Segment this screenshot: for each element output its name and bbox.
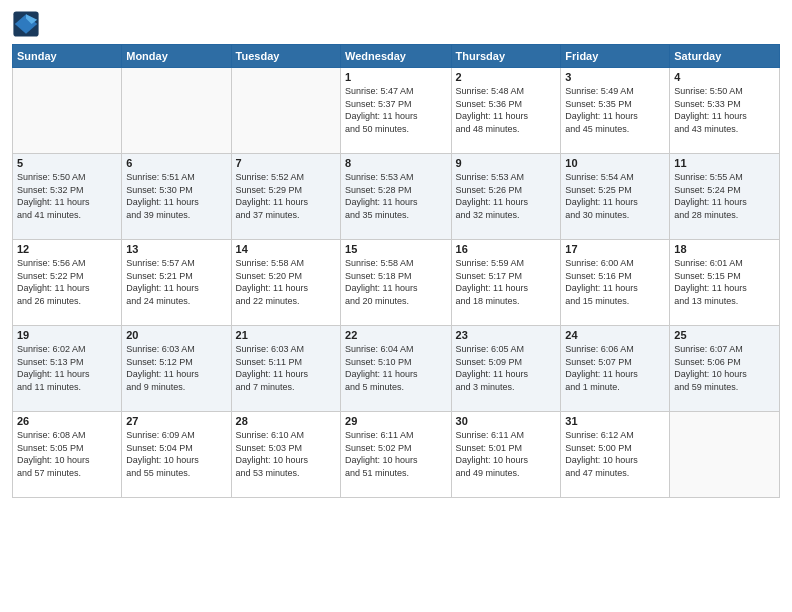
- cell-content: Sunrise: 6:04 AM Sunset: 5:10 PM Dayligh…: [345, 343, 446, 393]
- weekday-header-monday: Monday: [122, 45, 231, 68]
- day-number: 31: [565, 415, 665, 427]
- calendar-cell: 5Sunrise: 5:50 AM Sunset: 5:32 PM Daylig…: [13, 154, 122, 240]
- cell-content: Sunrise: 6:02 AM Sunset: 5:13 PM Dayligh…: [17, 343, 117, 393]
- cell-content: Sunrise: 5:58 AM Sunset: 5:20 PM Dayligh…: [236, 257, 336, 307]
- day-number: 9: [456, 157, 557, 169]
- cell-content: Sunrise: 6:00 AM Sunset: 5:16 PM Dayligh…: [565, 257, 665, 307]
- weekday-header-saturday: Saturday: [670, 45, 780, 68]
- day-number: 28: [236, 415, 336, 427]
- cell-content: Sunrise: 5:55 AM Sunset: 5:24 PM Dayligh…: [674, 171, 775, 221]
- day-number: 3: [565, 71, 665, 83]
- calendar-cell: 23Sunrise: 6:05 AM Sunset: 5:09 PM Dayli…: [451, 326, 561, 412]
- day-number: 24: [565, 329, 665, 341]
- day-number: 5: [17, 157, 117, 169]
- cell-content: Sunrise: 5:51 AM Sunset: 5:30 PM Dayligh…: [126, 171, 226, 221]
- cell-content: Sunrise: 5:58 AM Sunset: 5:18 PM Dayligh…: [345, 257, 446, 307]
- calendar-week-row: 1Sunrise: 5:47 AM Sunset: 5:37 PM Daylig…: [13, 68, 780, 154]
- day-number: 29: [345, 415, 446, 427]
- calendar-cell: 6Sunrise: 5:51 AM Sunset: 5:30 PM Daylig…: [122, 154, 231, 240]
- calendar-cell: 12Sunrise: 5:56 AM Sunset: 5:22 PM Dayli…: [13, 240, 122, 326]
- calendar-cell: 15Sunrise: 5:58 AM Sunset: 5:18 PM Dayli…: [341, 240, 451, 326]
- calendar-cell: 22Sunrise: 6:04 AM Sunset: 5:10 PM Dayli…: [341, 326, 451, 412]
- day-number: 4: [674, 71, 775, 83]
- calendar-cell: 20Sunrise: 6:03 AM Sunset: 5:12 PM Dayli…: [122, 326, 231, 412]
- weekday-header-thursday: Thursday: [451, 45, 561, 68]
- weekday-header-wednesday: Wednesday: [341, 45, 451, 68]
- day-number: 21: [236, 329, 336, 341]
- day-number: 23: [456, 329, 557, 341]
- day-number: 30: [456, 415, 557, 427]
- day-number: 7: [236, 157, 336, 169]
- calendar-cell: 18Sunrise: 6:01 AM Sunset: 5:15 PM Dayli…: [670, 240, 780, 326]
- day-number: 11: [674, 157, 775, 169]
- calendar-week-row: 5Sunrise: 5:50 AM Sunset: 5:32 PM Daylig…: [13, 154, 780, 240]
- cell-content: Sunrise: 6:03 AM Sunset: 5:11 PM Dayligh…: [236, 343, 336, 393]
- calendar-cell: 29Sunrise: 6:11 AM Sunset: 5:02 PM Dayli…: [341, 412, 451, 498]
- weekday-header-row: SundayMondayTuesdayWednesdayThursdayFrid…: [13, 45, 780, 68]
- day-number: 26: [17, 415, 117, 427]
- cell-content: Sunrise: 6:06 AM Sunset: 5:07 PM Dayligh…: [565, 343, 665, 393]
- logo-icon: [12, 10, 40, 38]
- calendar-cell: 1Sunrise: 5:47 AM Sunset: 5:37 PM Daylig…: [341, 68, 451, 154]
- cell-content: Sunrise: 5:57 AM Sunset: 5:21 PM Dayligh…: [126, 257, 226, 307]
- cell-content: Sunrise: 5:48 AM Sunset: 5:36 PM Dayligh…: [456, 85, 557, 135]
- weekday-header-sunday: Sunday: [13, 45, 122, 68]
- calendar-cell: 10Sunrise: 5:54 AM Sunset: 5:25 PM Dayli…: [561, 154, 670, 240]
- calendar-cell: [122, 68, 231, 154]
- calendar-cell: [231, 68, 340, 154]
- cell-content: Sunrise: 6:05 AM Sunset: 5:09 PM Dayligh…: [456, 343, 557, 393]
- calendar: SundayMondayTuesdayWednesdayThursdayFrid…: [12, 44, 780, 498]
- calendar-cell: 28Sunrise: 6:10 AM Sunset: 5:03 PM Dayli…: [231, 412, 340, 498]
- calendar-cell: 3Sunrise: 5:49 AM Sunset: 5:35 PM Daylig…: [561, 68, 670, 154]
- weekday-header-friday: Friday: [561, 45, 670, 68]
- cell-content: Sunrise: 6:08 AM Sunset: 5:05 PM Dayligh…: [17, 429, 117, 479]
- cell-content: Sunrise: 5:47 AM Sunset: 5:37 PM Dayligh…: [345, 85, 446, 135]
- day-number: 18: [674, 243, 775, 255]
- calendar-cell: 13Sunrise: 5:57 AM Sunset: 5:21 PM Dayli…: [122, 240, 231, 326]
- day-number: 19: [17, 329, 117, 341]
- day-number: 17: [565, 243, 665, 255]
- day-number: 25: [674, 329, 775, 341]
- calendar-cell: 19Sunrise: 6:02 AM Sunset: 5:13 PM Dayli…: [13, 326, 122, 412]
- day-number: 15: [345, 243, 446, 255]
- calendar-cell: 24Sunrise: 6:06 AM Sunset: 5:07 PM Dayli…: [561, 326, 670, 412]
- day-number: 22: [345, 329, 446, 341]
- calendar-cell: 11Sunrise: 5:55 AM Sunset: 5:24 PM Dayli…: [670, 154, 780, 240]
- day-number: 14: [236, 243, 336, 255]
- logo: [12, 10, 44, 38]
- day-number: 6: [126, 157, 226, 169]
- day-number: 10: [565, 157, 665, 169]
- cell-content: Sunrise: 6:09 AM Sunset: 5:04 PM Dayligh…: [126, 429, 226, 479]
- calendar-cell: 14Sunrise: 5:58 AM Sunset: 5:20 PM Dayli…: [231, 240, 340, 326]
- day-number: 8: [345, 157, 446, 169]
- calendar-cell: 25Sunrise: 6:07 AM Sunset: 5:06 PM Dayli…: [670, 326, 780, 412]
- calendar-cell: 8Sunrise: 5:53 AM Sunset: 5:28 PM Daylig…: [341, 154, 451, 240]
- cell-content: Sunrise: 6:11 AM Sunset: 5:01 PM Dayligh…: [456, 429, 557, 479]
- page: SundayMondayTuesdayWednesdayThursdayFrid…: [0, 0, 792, 612]
- cell-content: Sunrise: 5:54 AM Sunset: 5:25 PM Dayligh…: [565, 171, 665, 221]
- calendar-cell: 17Sunrise: 6:00 AM Sunset: 5:16 PM Dayli…: [561, 240, 670, 326]
- calendar-cell: 27Sunrise: 6:09 AM Sunset: 5:04 PM Dayli…: [122, 412, 231, 498]
- cell-content: Sunrise: 5:49 AM Sunset: 5:35 PM Dayligh…: [565, 85, 665, 135]
- calendar-cell: 7Sunrise: 5:52 AM Sunset: 5:29 PM Daylig…: [231, 154, 340, 240]
- cell-content: Sunrise: 5:50 AM Sunset: 5:33 PM Dayligh…: [674, 85, 775, 135]
- calendar-cell: [670, 412, 780, 498]
- calendar-cell: [13, 68, 122, 154]
- day-number: 1: [345, 71, 446, 83]
- weekday-header-tuesday: Tuesday: [231, 45, 340, 68]
- calendar-cell: 16Sunrise: 5:59 AM Sunset: 5:17 PM Dayli…: [451, 240, 561, 326]
- calendar-cell: 2Sunrise: 5:48 AM Sunset: 5:36 PM Daylig…: [451, 68, 561, 154]
- day-number: 27: [126, 415, 226, 427]
- cell-content: Sunrise: 6:10 AM Sunset: 5:03 PM Dayligh…: [236, 429, 336, 479]
- day-number: 12: [17, 243, 117, 255]
- cell-content: Sunrise: 5:53 AM Sunset: 5:28 PM Dayligh…: [345, 171, 446, 221]
- calendar-week-row: 12Sunrise: 5:56 AM Sunset: 5:22 PM Dayli…: [13, 240, 780, 326]
- calendar-cell: 26Sunrise: 6:08 AM Sunset: 5:05 PM Dayli…: [13, 412, 122, 498]
- cell-content: Sunrise: 6:12 AM Sunset: 5:00 PM Dayligh…: [565, 429, 665, 479]
- calendar-cell: 4Sunrise: 5:50 AM Sunset: 5:33 PM Daylig…: [670, 68, 780, 154]
- calendar-week-row: 19Sunrise: 6:02 AM Sunset: 5:13 PM Dayli…: [13, 326, 780, 412]
- day-number: 16: [456, 243, 557, 255]
- cell-content: Sunrise: 6:07 AM Sunset: 5:06 PM Dayligh…: [674, 343, 775, 393]
- day-number: 2: [456, 71, 557, 83]
- calendar-cell: 21Sunrise: 6:03 AM Sunset: 5:11 PM Dayli…: [231, 326, 340, 412]
